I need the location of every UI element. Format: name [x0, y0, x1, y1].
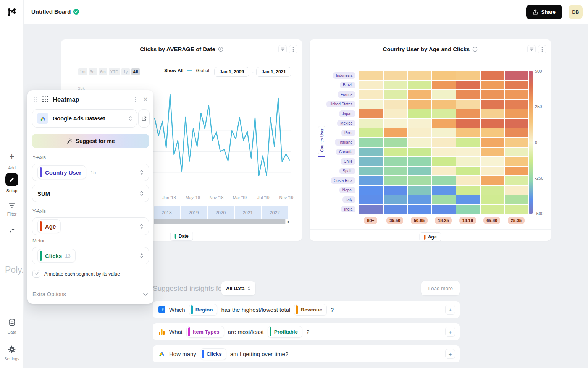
scrollbar-thumb[interactable] — [154, 219, 285, 224]
heatmap-cell[interactable] — [359, 186, 383, 195]
heatmap-cell[interactable] — [456, 157, 480, 166]
heatmap-cell[interactable] — [408, 167, 431, 175]
aggregation-field[interactable]: SUM — [32, 185, 149, 202]
heatmap-cell[interactable] — [481, 195, 504, 204]
sidebar-item-add[interactable]: + Add — [0, 150, 24, 170]
heatmap-cell[interactable] — [408, 119, 431, 128]
heatmap-cell[interactable] — [384, 128, 407, 137]
insight-row[interactable]: WhatItem Typesare most/leastProfitable?+ — [153, 323, 460, 340]
heatmap-cell[interactable] — [432, 109, 456, 118]
checkbox[interactable] — [32, 270, 40, 278]
heatmap-cell[interactable] — [432, 157, 456, 166]
heatmap-cell[interactable] — [505, 109, 528, 118]
heatmap-cell[interactable] — [456, 186, 480, 195]
scrollbar-right-arrow[interactable]: ▶ — [286, 219, 291, 224]
heatmap-cell[interactable] — [359, 90, 383, 99]
heatmap-cell[interactable] — [481, 148, 504, 156]
heatmap-cell[interactable] — [505, 167, 528, 175]
heatmap-cell[interactable] — [432, 128, 456, 137]
heatmap-cell[interactable] — [408, 157, 431, 166]
heatmap-cell[interactable] — [359, 148, 383, 156]
clicks-chip[interactable]: Clicks 13 — [37, 249, 76, 263]
heatmap-cell[interactable] — [456, 138, 480, 147]
heatmap-cell[interactable] — [384, 81, 407, 89]
heatmap-cell[interactable] — [481, 167, 504, 175]
country-user-field[interactable]: Country User 15 — [32, 164, 149, 181]
grid-handle-icon[interactable] — [42, 96, 49, 103]
insight-row[interactable]: fWhichRegionhas the highest/lowest total… — [153, 301, 460, 318]
heatmap-cell[interactable] — [359, 100, 383, 109]
heatmap-cell[interactable] — [481, 100, 504, 109]
heatmap-cell[interactable] — [481, 205, 504, 214]
heatmap-cell[interactable] — [408, 81, 431, 89]
age-legend-chip[interactable]: Age — [419, 232, 441, 242]
info-icon[interactable] — [472, 47, 478, 52]
timeline-year-2020[interactable]: 2020 — [207, 206, 234, 219]
share-button[interactable]: Share — [526, 5, 562, 19]
add-insight-button[interactable]: + — [445, 349, 455, 359]
heatmap-cell[interactable] — [505, 205, 528, 214]
heatmap-cell[interactable] — [359, 167, 383, 175]
heatmap-cell[interactable] — [384, 167, 407, 175]
heatmap-cell[interactable] — [432, 138, 456, 147]
heatmap-cell[interactable] — [505, 195, 528, 204]
heatmap-cell[interactable] — [432, 186, 456, 195]
heatmap-cell[interactable] — [384, 148, 407, 156]
extra-options-toggle[interactable]: Extra Options — [32, 289, 148, 299]
heatmap-cell[interactable] — [359, 128, 383, 137]
insight-chip-profitable[interactable]: Profitable — [268, 326, 302, 338]
heatmap-cell[interactable] — [384, 90, 407, 99]
heatmap-cell[interactable] — [456, 109, 480, 118]
heatmap-cell[interactable] — [481, 90, 504, 99]
insight-chip-clicks[interactable]: Clicks — [200, 348, 226, 360]
heatmap-cell[interactable] — [359, 119, 383, 128]
heatmap-cell[interactable] — [384, 71, 407, 80]
heatmap-cell[interactable] — [456, 128, 480, 137]
heatmap-cell[interactable] — [481, 176, 504, 185]
insight-row[interactable]: How manyClicksam I getting over time?+ — [153, 345, 460, 362]
sidebar-item-filter[interactable]: Filter — [0, 201, 24, 216]
heatmap-cell[interactable] — [408, 148, 431, 156]
heatmap-cell[interactable] — [384, 195, 407, 204]
timeline-year-2018[interactable]: 2018 — [154, 206, 180, 219]
insights-dataset-select[interactable]: All Data — [221, 281, 255, 295]
heatmap-cell[interactable] — [481, 138, 504, 147]
sidebar-item-setup[interactable]: Setup — [0, 173, 24, 193]
date-legend-chip[interactable]: Date — [170, 232, 193, 241]
sidebar-item-settings[interactable]: Settings — [0, 344, 24, 361]
clicks-field[interactable]: Clicks 13 — [32, 247, 149, 264]
heatmap-cell[interactable] — [432, 81, 456, 89]
heatmap-cell[interactable] — [481, 71, 504, 80]
heatmap-cell[interactable] — [359, 138, 383, 147]
heatmap-cell[interactable] — [456, 100, 480, 109]
heatmap-cell[interactable] — [384, 176, 407, 185]
suggest-for-me-button[interactable]: Suggest for me — [32, 134, 149, 148]
country-user-chip[interactable]: Country User — [37, 165, 86, 179]
heatmap-cell[interactable] — [408, 100, 431, 109]
heatmap-cell[interactable] — [432, 176, 456, 185]
close-icon[interactable]: ✕ — [143, 96, 148, 103]
heatmap-cell[interactable] — [505, 176, 528, 185]
heatmap-cell[interactable] — [432, 195, 456, 204]
heatmap-cell[interactable] — [505, 128, 528, 137]
board-title[interactable]: Untitled Board — [31, 8, 71, 15]
heatmap-cell[interactable] — [408, 90, 431, 99]
heatmap-cell[interactable] — [408, 205, 431, 214]
heatmap-cell[interactable] — [456, 119, 480, 128]
app-logo[interactable] — [0, 0, 24, 24]
heatmap-cell[interactable] — [481, 186, 504, 195]
heatmap-cell[interactable] — [359, 205, 383, 214]
heatmap-cell[interactable] — [408, 109, 431, 118]
heatmap-cell[interactable] — [456, 148, 480, 156]
heatmap-cell[interactable] — [456, 205, 480, 214]
sidebar-item-polyai[interactable] — [0, 226, 24, 235]
age-field[interactable]: Age — [32, 217, 149, 235]
chart-filter-button[interactable] — [527, 45, 536, 53]
heatmap-cell[interactable] — [432, 71, 456, 80]
heatmap-cell[interactable] — [456, 176, 480, 185]
load-more-button[interactable]: Load more — [421, 281, 460, 295]
add-insight-button[interactable]: + — [445, 305, 455, 315]
heatmap-cell[interactable] — [505, 148, 528, 156]
heatmap-cell[interactable] — [456, 195, 480, 204]
heatmap-cell[interactable] — [432, 167, 456, 175]
